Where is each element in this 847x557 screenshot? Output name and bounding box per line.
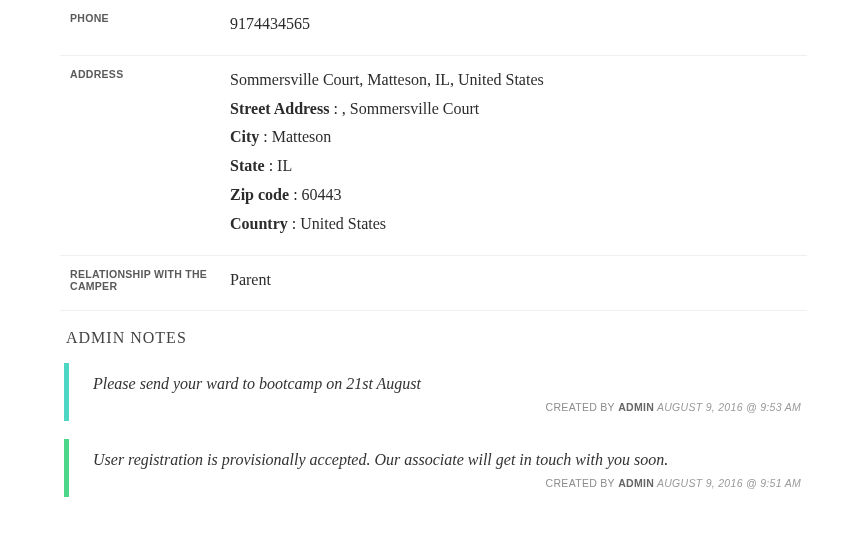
address-val: IL bbox=[277, 157, 292, 174]
admin-notes-title: ADMIN NOTES bbox=[66, 329, 807, 347]
created-by-label: CREATED BY bbox=[546, 477, 615, 489]
created-by-label: CREATED BY bbox=[546, 401, 615, 413]
address-val: 60443 bbox=[302, 186, 342, 203]
address-val: Sommersville Court bbox=[350, 100, 479, 117]
address-sep: : bbox=[259, 128, 271, 145]
address-line-street: Street Address : , Sommersville Court bbox=[230, 97, 807, 122]
field-value-relationship: Parent bbox=[230, 268, 807, 293]
address-full: Sommersville Court, Matteson, IL, United… bbox=[230, 71, 544, 88]
admin-note-text: Please send your ward to bootcamp on 21s… bbox=[93, 371, 807, 401]
created-by-user: ADMIN bbox=[618, 401, 654, 413]
admin-note-text: User registration is provisionally accep… bbox=[93, 447, 807, 477]
address-sep: : bbox=[289, 186, 301, 203]
address-line-state: State : IL bbox=[230, 154, 807, 179]
address-val: United States bbox=[300, 215, 386, 232]
field-row-phone: PHONE 9174434565 bbox=[60, 0, 807, 56]
created-at: AUGUST 9, 2016 @ 9:51 AM bbox=[657, 477, 801, 489]
admin-note: User registration is provisionally accep… bbox=[64, 439, 807, 497]
admin-note-meta: CREATED BY ADMIN AUGUST 9, 2016 @ 9:53 A… bbox=[93, 401, 807, 413]
field-label-phone: PHONE bbox=[70, 12, 220, 24]
field-label-relationship: RELATIONSHIP WITH THE CAMPER bbox=[70, 268, 220, 292]
address-sep: : , bbox=[329, 100, 349, 117]
address-key: Street Address bbox=[230, 100, 329, 117]
admin-note: Please send your ward to bootcamp on 21s… bbox=[64, 363, 807, 421]
field-value-address: Sommersville Court, Matteson, IL, United… bbox=[230, 68, 807, 237]
address-key: City bbox=[230, 128, 259, 145]
field-label-col: ADDRESS bbox=[60, 68, 230, 237]
field-value-phone: 9174434565 bbox=[230, 12, 807, 37]
address-key: State bbox=[230, 157, 265, 174]
field-label-col: RELATIONSHIP WITH THE CAMPER bbox=[60, 268, 230, 293]
field-row-address: ADDRESS Sommersville Court, Matteson, IL… bbox=[60, 56, 807, 256]
created-by-user: ADMIN bbox=[618, 477, 654, 489]
admin-notes-list: Please send your ward to bootcamp on 21s… bbox=[60, 363, 807, 497]
address-key: Zip code bbox=[230, 186, 289, 203]
address-key: Country bbox=[230, 215, 288, 232]
address-line-city: City : Matteson bbox=[230, 125, 807, 150]
field-label-address: ADDRESS bbox=[70, 68, 220, 80]
profile-detail-section: PHONE 9174434565 ADDRESS Sommersville Co… bbox=[0, 0, 847, 535]
created-at: AUGUST 9, 2016 @ 9:53 AM bbox=[657, 401, 801, 413]
field-row-relationship: RELATIONSHIP WITH THE CAMPER Parent bbox=[60, 256, 807, 312]
field-label-col: PHONE bbox=[60, 12, 230, 37]
address-val: Matteson bbox=[272, 128, 332, 145]
admin-note-meta: CREATED BY ADMIN AUGUST 9, 2016 @ 9:51 A… bbox=[93, 477, 807, 489]
address-sep: : bbox=[288, 215, 300, 232]
address-sep: : bbox=[265, 157, 277, 174]
address-line-zip: Zip code : 60443 bbox=[230, 183, 807, 208]
address-line-country: Country : United States bbox=[230, 212, 807, 237]
